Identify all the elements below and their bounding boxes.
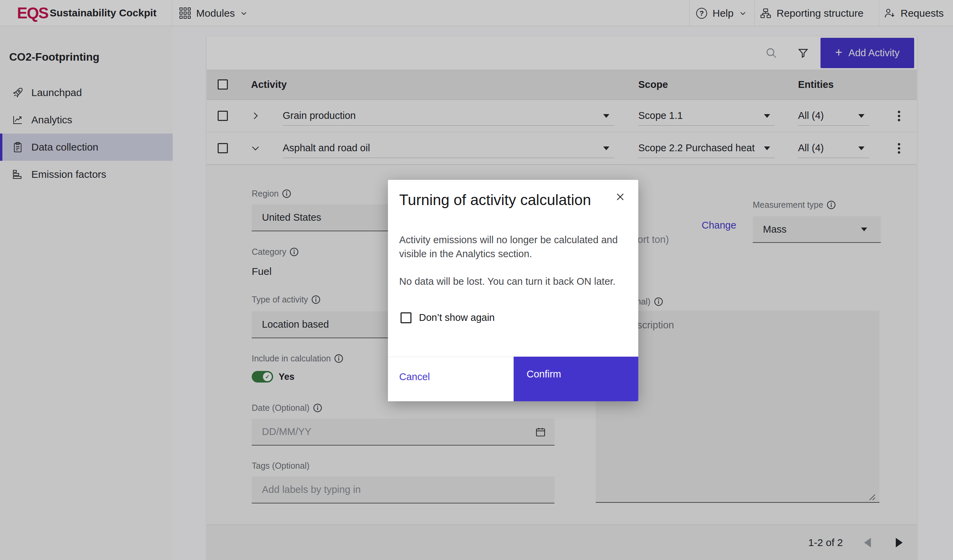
app-screen: EQS Sustainability Cockpit Modules ? Hel… <box>0 0 953 560</box>
dialog-body-paragraph: No data will be lost. You can turn it ba… <box>399 275 628 289</box>
confirm-button[interactable]: Confirm <box>514 357 638 401</box>
dialog-body-paragraph: Activity emissions will no longer be cal… <box>399 233 628 261</box>
dialog-footer: Cancel Confirm <box>388 357 638 401</box>
cancel-button[interactable]: Cancel <box>399 371 430 383</box>
dialog-footer-left: Cancel <box>388 357 514 401</box>
dialog-title: Turning of activity calculation <box>399 189 597 211</box>
dont-show-again-checkbox[interactable] <box>400 312 411 323</box>
confirmation-dialog: Turning of activity calculation Activity… <box>388 180 638 401</box>
dont-show-again-label: Don’t show again <box>419 312 495 323</box>
dont-show-again-row: Don’t show again <box>400 312 495 323</box>
close-icon[interactable] <box>615 192 626 202</box>
